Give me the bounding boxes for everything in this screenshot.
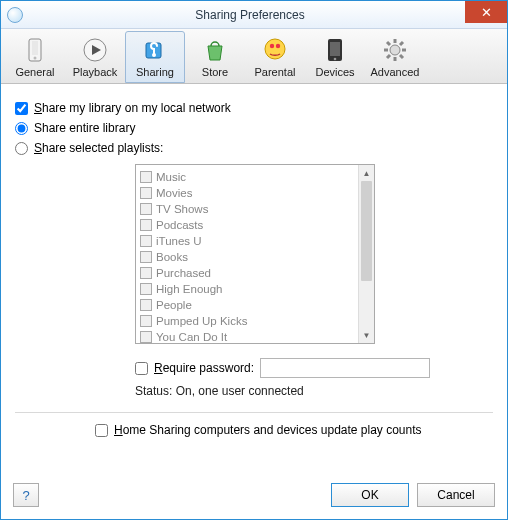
- share-entire-radio[interactable]: [15, 122, 28, 135]
- playlist-item[interactable]: Podcasts: [140, 217, 354, 233]
- playlist-item[interactable]: iTunes U: [140, 233, 354, 249]
- svg-line-21: [387, 55, 390, 58]
- playlist-label: People: [156, 299, 192, 311]
- share-entire-label: Share entire library: [34, 121, 135, 135]
- svg-point-2: [34, 57, 37, 60]
- titlebar: Sharing Preferences ✕: [1, 1, 507, 29]
- password-input[interactable]: [260, 358, 430, 378]
- separator: [15, 412, 493, 413]
- window-title: Sharing Preferences: [23, 8, 507, 22]
- store-icon: [200, 36, 230, 64]
- playlist-checkbox[interactable]: [140, 267, 152, 279]
- tab-store[interactable]: Store: [185, 31, 245, 83]
- svg-rect-1: [32, 41, 38, 55]
- playlist-item[interactable]: Books: [140, 249, 354, 265]
- share-library-checkbox[interactable]: [15, 102, 28, 115]
- playlist-label: Podcasts: [156, 219, 203, 231]
- tab-label: Devices: [315, 66, 354, 78]
- parental-icon: [260, 36, 290, 64]
- home-sharing-label: Home Sharing computers and devices updat…: [114, 423, 422, 437]
- help-button[interactable]: ?: [13, 483, 39, 507]
- playlist-checkbox[interactable]: [140, 203, 152, 215]
- playlist-item[interactable]: Pumped Up Kicks: [140, 313, 354, 329]
- tab-devices[interactable]: Devices: [305, 31, 365, 83]
- playlist-item[interactable]: Purchased: [140, 265, 354, 281]
- cancel-label: Cancel: [437, 488, 474, 502]
- tab-label: Advanced: [371, 66, 420, 78]
- tab-toolbar: General Playback Sharing Store Parental: [1, 29, 507, 84]
- playlist-label: Purchased: [156, 267, 211, 279]
- scroll-thumb[interactable]: [361, 181, 372, 281]
- playlist-listbox: MusicMoviesTV ShowsPodcastsiTunes UBooks…: [135, 164, 375, 344]
- playlist-label: Music: [156, 171, 186, 183]
- home-sharing-row[interactable]: Home Sharing computers and devices updat…: [95, 423, 493, 437]
- share-selected-row[interactable]: Share selected playlists:: [15, 141, 493, 155]
- close-button[interactable]: ✕: [465, 1, 507, 23]
- scroll-up-icon[interactable]: ▲: [359, 165, 374, 181]
- playlist-item[interactable]: People: [140, 297, 354, 313]
- playlist-label: You Can Do It: [156, 331, 227, 343]
- scroll-down-icon[interactable]: ▼: [359, 327, 374, 343]
- share-library-label: Share my library on my local network: [34, 101, 231, 115]
- tab-playback[interactable]: Playback: [65, 31, 125, 83]
- playlist-checkbox[interactable]: [140, 251, 152, 263]
- button-bar: ? OK Cancel: [1, 473, 507, 519]
- share-library-row[interactable]: Share my library on my local network: [15, 101, 493, 115]
- share-selected-label: Share selected playlists:: [34, 141, 163, 155]
- playlist-inner: MusicMoviesTV ShowsPodcastsiTunes UBooks…: [136, 165, 358, 343]
- tab-label: Parental: [255, 66, 296, 78]
- playlist-checkbox[interactable]: [140, 171, 152, 183]
- tab-label: General: [15, 66, 54, 78]
- svg-point-12: [334, 58, 337, 61]
- status-text: Status: On, one user connected: [135, 384, 493, 398]
- require-password-label: Require password:: [154, 361, 254, 375]
- home-sharing-checkbox[interactable]: [95, 424, 108, 437]
- playlist-label: Pumped Up Kicks: [156, 315, 247, 327]
- svg-point-9: [276, 44, 280, 48]
- playlist-checkbox[interactable]: [140, 219, 152, 231]
- playlist-checkbox[interactable]: [140, 235, 152, 247]
- svg-line-19: [400, 55, 403, 58]
- tab-label: Sharing: [136, 66, 174, 78]
- require-password-checkbox[interactable]: [135, 362, 148, 375]
- playlist-checkbox[interactable]: [140, 283, 152, 295]
- share-selected-radio[interactable]: [15, 142, 28, 155]
- svg-rect-11: [330, 42, 340, 56]
- playlist-scrollbar[interactable]: ▲ ▼: [358, 165, 374, 343]
- playlist-item[interactable]: TV Shows: [140, 201, 354, 217]
- svg-point-8: [270, 44, 274, 48]
- svg-line-20: [400, 42, 403, 45]
- playlist-label: Books: [156, 251, 188, 263]
- playlist-checkbox[interactable]: [140, 331, 152, 343]
- tab-sharing[interactable]: Sharing: [125, 31, 185, 83]
- ok-button[interactable]: OK: [331, 483, 409, 507]
- playlist-item[interactable]: Movies: [140, 185, 354, 201]
- preferences-window: Sharing Preferences ✕ General Playback S…: [0, 0, 508, 520]
- playlist-label: iTunes U: [156, 235, 202, 247]
- tab-label: Playback: [73, 66, 118, 78]
- playlist-checkbox[interactable]: [140, 315, 152, 327]
- playlist-checkbox[interactable]: [140, 187, 152, 199]
- ok-label: OK: [361, 488, 378, 502]
- devices-icon: [320, 36, 350, 64]
- general-icon: [20, 36, 50, 64]
- share-entire-row[interactable]: Share entire library: [15, 121, 493, 135]
- playback-icon: [80, 36, 110, 64]
- cancel-button[interactable]: Cancel: [417, 483, 495, 507]
- tab-general[interactable]: General: [5, 31, 65, 83]
- password-row: Require password:: [135, 358, 493, 378]
- app-icon: [7, 7, 23, 23]
- playlist-checkbox[interactable]: [140, 299, 152, 311]
- playlist-item[interactable]: High Enough: [140, 281, 354, 297]
- svg-point-13: [390, 45, 400, 55]
- help-icon: ?: [22, 488, 29, 503]
- playlist-label: High Enough: [156, 283, 223, 295]
- svg-line-18: [387, 42, 390, 45]
- playlist-item[interactable]: You Can Do It: [140, 329, 354, 343]
- tab-parental[interactable]: Parental: [245, 31, 305, 83]
- playlist-item[interactable]: Music: [140, 169, 354, 185]
- close-icon: ✕: [481, 5, 492, 20]
- tab-label: Store: [202, 66, 228, 78]
- tab-advanced[interactable]: Advanced: [365, 31, 425, 83]
- content-area: Share my library on my local network Sha…: [1, 84, 507, 473]
